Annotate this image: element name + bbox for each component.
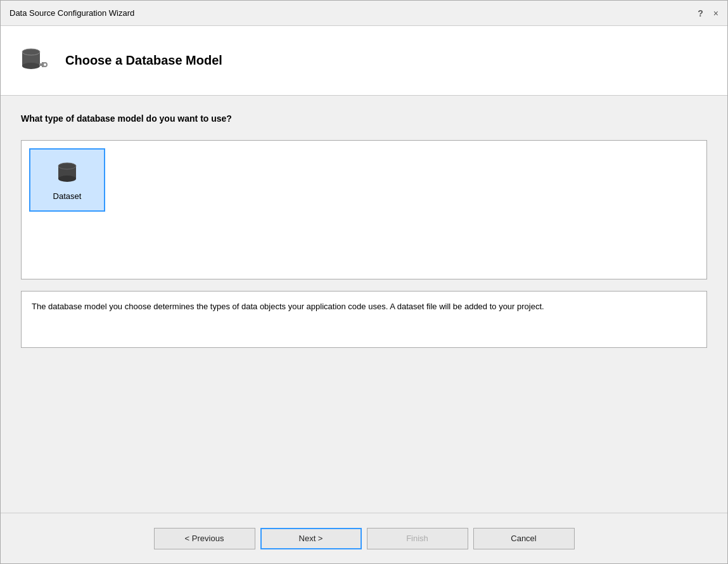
description-text: The database model you choose determines… [32, 300, 696, 313]
title-bar-controls: ? × [698, 8, 718, 18]
description-area: The database model you choose determines… [21, 291, 707, 348]
dialog-window: Data Source Configuration Wizard ? × [0, 0, 728, 564]
finish-button: Finish [367, 528, 468, 549]
database-plug-icon [18, 44, 51, 77]
close-button[interactable]: × [713, 9, 718, 18]
header-icon [16, 42, 54, 80]
dataset-icon [53, 160, 81, 188]
cancel-button[interactable]: Cancel [473, 528, 575, 549]
svg-point-10 [58, 176, 76, 182]
dialog-title: Data Source Configuration Wizard [10, 8, 134, 18]
svg-point-7 [43, 63, 47, 67]
page-title: Choose a Database Model [65, 53, 222, 68]
title-bar-left: Data Source Configuration Wizard [10, 8, 134, 18]
previous-button[interactable]: < Previous [154, 528, 255, 549]
title-bar: Data Source Configuration Wizard ? × [1, 1, 727, 26]
header-section: Choose a Database Model [1, 26, 727, 96]
model-item-dataset-label: Dataset [53, 191, 82, 201]
question-label: What type of database model do you want … [21, 113, 707, 124]
svg-point-2 [22, 63, 40, 69]
help-button[interactable]: ? [698, 8, 703, 18]
main-content: What type of database model do you want … [1, 96, 727, 513]
footer: < Previous Next > Finish Cancel [1, 513, 727, 563]
model-item-dataset[interactable]: Dataset [29, 148, 105, 212]
next-button[interactable]: Next > [260, 528, 362, 549]
model-selection-area[interactable]: Dataset [21, 140, 707, 279]
